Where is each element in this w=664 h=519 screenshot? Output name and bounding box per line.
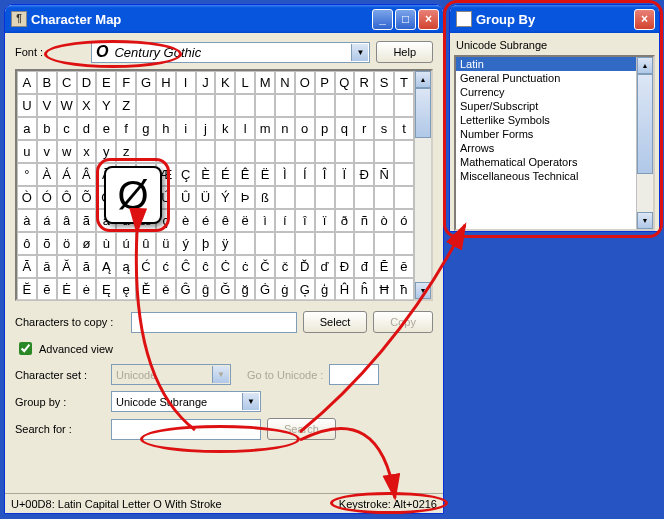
char-cell[interactable]: o (295, 117, 315, 140)
char-cell[interactable]: Ô (57, 186, 77, 209)
char-cell[interactable] (275, 186, 295, 209)
char-cell[interactable]: S (374, 71, 394, 94)
minimize-button[interactable]: _ (372, 9, 393, 30)
char-cell[interactable]: P (315, 71, 335, 94)
char-cell[interactable]: ó (394, 209, 414, 232)
list-item[interactable]: Latin (456, 57, 636, 71)
char-cell[interactable]: Û (176, 186, 196, 209)
char-cell[interactable]: ò (374, 209, 394, 232)
char-cell[interactable]: ô (17, 232, 37, 255)
char-cell[interactable]: ę (116, 278, 136, 301)
char-cell[interactable]: Ą (96, 255, 116, 278)
char-cell[interactable] (335, 232, 355, 255)
char-cell[interactable]: ā (37, 255, 57, 278)
char-cell[interactable]: G (136, 71, 156, 94)
char-cell[interactable] (315, 186, 335, 209)
list-item[interactable]: Currency (456, 85, 636, 99)
char-cell[interactable]: z (116, 140, 136, 163)
char-cell[interactable]: Ă (57, 255, 77, 278)
char-cell[interactable] (315, 140, 335, 163)
char-cell[interactable]: m (255, 117, 275, 140)
list-item[interactable]: Letterlike Symbols (456, 113, 636, 127)
titlebar[interactable]: Group By × (450, 5, 659, 33)
char-cell[interactable]: ġ (275, 278, 295, 301)
char-cell[interactable]: é (196, 209, 216, 232)
subrange-listbox[interactable]: LatinGeneral PunctuationCurrencySuper/Su… (454, 55, 655, 231)
char-cell[interactable] (335, 94, 355, 117)
char-cell[interactable]: ù (96, 232, 116, 255)
list-item[interactable]: Arrows (456, 141, 636, 155)
char-cell[interactable]: ü (156, 232, 176, 255)
char-cell[interactable]: Ĕ (17, 278, 37, 301)
char-cell[interactable] (215, 94, 235, 117)
scroll-up-icon[interactable]: ▲ (415, 71, 431, 88)
char-cell[interactable]: T (394, 71, 414, 94)
char-cell[interactable]: Ì (275, 163, 295, 186)
char-cell[interactable]: Đ (335, 255, 355, 278)
char-cell[interactable]: Ò (17, 186, 37, 209)
char-cell[interactable]: q (335, 117, 355, 140)
char-cell[interactable] (374, 186, 394, 209)
char-cell[interactable]: ï (315, 209, 335, 232)
char-cell[interactable]: I (176, 71, 196, 94)
char-cell[interactable]: n (275, 117, 295, 140)
char-cell[interactable]: W (57, 94, 77, 117)
char-cell[interactable]: Ć (136, 255, 156, 278)
char-cell[interactable]: Ħ (374, 278, 394, 301)
char-cell[interactable]: y (96, 140, 116, 163)
char-cell[interactable]: j (196, 117, 216, 140)
list-item[interactable]: Super/Subscript (456, 99, 636, 113)
char-cell[interactable] (275, 94, 295, 117)
char-cell[interactable]: b (37, 117, 57, 140)
char-cell[interactable]: ģ (315, 278, 335, 301)
char-cell[interactable]: Î (315, 163, 335, 186)
groupby-dropdown[interactable]: Unicode Subrange ▼ (111, 391, 261, 412)
char-cell[interactable]: ß (255, 186, 275, 209)
char-cell[interactable] (215, 140, 235, 163)
char-cell[interactable]: ú (116, 232, 136, 255)
char-cell[interactable] (156, 140, 176, 163)
char-cell[interactable]: L (235, 71, 255, 94)
char-cell[interactable] (196, 140, 216, 163)
char-cell[interactable]: č (275, 255, 295, 278)
char-cell[interactable]: ĉ (196, 255, 216, 278)
char-cell[interactable] (295, 232, 315, 255)
char-cell[interactable]: x (77, 140, 97, 163)
char-cell[interactable]: ě (156, 278, 176, 301)
char-cell[interactable] (275, 232, 295, 255)
char-cell[interactable] (315, 94, 335, 117)
char-cell[interactable] (354, 140, 374, 163)
list-item[interactable]: Miscellaneous Technical (456, 169, 636, 183)
char-cell[interactable]: J (196, 71, 216, 94)
close-button[interactable]: × (634, 9, 655, 30)
char-cell[interactable]: Ü (196, 186, 216, 209)
char-cell[interactable]: ø (77, 232, 97, 255)
char-cell[interactable]: u (17, 140, 37, 163)
char-cell[interactable]: Ā (17, 255, 37, 278)
char-cell[interactable] (235, 140, 255, 163)
scroll-up-icon[interactable]: ▲ (637, 57, 653, 74)
char-cell[interactable] (374, 140, 394, 163)
char-cell[interactable]: N (275, 71, 295, 94)
titlebar[interactable]: ¶ Character Map _ □ × (5, 5, 443, 33)
char-cell[interactable]: ã (77, 209, 97, 232)
help-button[interactable]: Help (376, 41, 433, 63)
char-cell[interactable]: g (136, 117, 156, 140)
char-cell[interactable]: û (136, 232, 156, 255)
char-cell[interactable]: v (37, 140, 57, 163)
char-cell[interactable]: Í (295, 163, 315, 186)
char-cell[interactable]: Ď (295, 255, 315, 278)
char-cell[interactable]: ý (176, 232, 196, 255)
char-cell[interactable]: ĥ (354, 278, 374, 301)
char-cell[interactable] (374, 94, 394, 117)
char-cell[interactable]: Ð (354, 163, 374, 186)
copy-button[interactable]: Copy (373, 311, 433, 333)
list-item[interactable]: Mathematical Operators (456, 155, 636, 169)
advanced-view-checkbox[interactable] (19, 342, 32, 355)
char-cell[interactable]: ÿ (215, 232, 235, 255)
char-cell[interactable]: F (116, 71, 136, 94)
char-cell[interactable]: f (116, 117, 136, 140)
char-cell[interactable]: õ (37, 232, 57, 255)
char-cell[interactable] (394, 232, 414, 255)
char-cell[interactable]: à (17, 209, 37, 232)
